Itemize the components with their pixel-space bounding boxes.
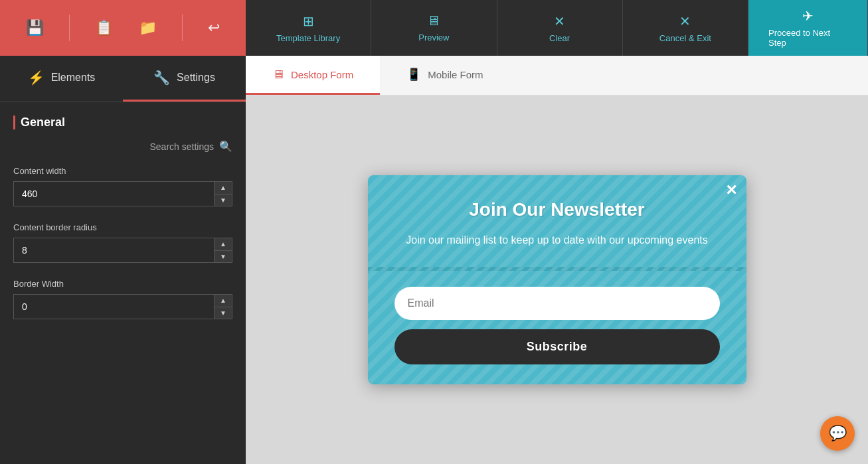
content-area: 🖥 Desktop Form 📱 Mobile Form ✕ Join Our … xyxy=(246,56,868,464)
search-icon: 🔍 xyxy=(219,140,232,153)
popup-subtitle: Join our mailing list to keep up to date… xyxy=(394,232,720,248)
clear-label: Clear xyxy=(549,33,570,43)
newsletter-popup: ✕ Join Our Newsletter Join our mailing l… xyxy=(368,175,746,384)
preview-label: Preview xyxy=(418,33,449,42)
content-width-wrapper: ▲ ▼ xyxy=(13,181,232,206)
content-width-increment[interactable]: ▲ xyxy=(215,182,232,194)
template-library-button[interactable]: ⊞ Template Library xyxy=(246,0,371,56)
desktop-icon: 🖥 xyxy=(272,68,284,82)
divider xyxy=(69,15,70,41)
sidebar-tabs: ⚡ Elements 🔧 Settings xyxy=(0,56,246,102)
border-width-group: Border Width ▲ ▼ xyxy=(13,279,232,319)
chat-bubble-button[interactable]: 💬 xyxy=(820,416,855,451)
cancel-exit-label: Cancel & Exit xyxy=(659,33,711,43)
section-general: General xyxy=(13,116,232,129)
tab-settings[interactable]: 🔧 Settings xyxy=(123,56,246,102)
content-border-radius-spinners: ▲ ▼ xyxy=(214,238,232,262)
proceed-label: Proceed to Next Step xyxy=(768,28,847,48)
content-width-group: Content width ▲ ▼ xyxy=(13,166,232,206)
content-width-decrement[interactable]: ▼ xyxy=(215,194,232,206)
folder-icon[interactable]: 📁 xyxy=(139,19,157,37)
desktop-form-tab[interactable]: 🖥 Desktop Form xyxy=(246,56,380,95)
template-library-icon: ⊞ xyxy=(303,13,314,29)
border-width-increment[interactable]: ▲ xyxy=(215,295,232,307)
popup-bottom: Subscribe xyxy=(368,271,746,384)
proceed-button[interactable]: ✈ Proceed to Next Step xyxy=(748,0,868,56)
tab-elements[interactable]: ⚡ Elements xyxy=(0,56,123,102)
template-library-label: Template Library xyxy=(276,33,340,43)
popup-title: Join Our Newsletter xyxy=(394,199,720,220)
popup-top: ✕ Join Our Newsletter Join our mailing l… xyxy=(368,175,746,267)
proceed-icon: ✈ xyxy=(802,8,814,24)
popup-subscribe-button[interactable]: Subscribe xyxy=(394,329,720,364)
sidebar-content: General Search settings 🔍 Content width … xyxy=(0,102,246,464)
border-width-input[interactable] xyxy=(14,295,214,319)
canvas: ✕ Join Our Newsletter Join our mailing l… xyxy=(246,96,868,464)
save-icon[interactable]: 💾 xyxy=(26,19,44,37)
divider xyxy=(182,15,183,41)
desktop-label: Desktop Form xyxy=(291,69,353,80)
preview-button[interactable]: 🖥 Preview xyxy=(371,0,497,56)
preview-icon: 🖥 xyxy=(427,13,440,29)
toolbar: 💾 📋 📁 ↩ ⊞ Template Library 🖥 Preview ✕ C… xyxy=(0,0,868,56)
mobile-icon: 📱 xyxy=(406,67,421,82)
chat-icon: 💬 xyxy=(829,425,847,442)
mobile-label: Mobile Form xyxy=(428,69,483,80)
content-width-label: Content width xyxy=(13,166,232,176)
border-width-spinners: ▲ ▼ xyxy=(214,295,232,319)
content-width-spinners: ▲ ▼ xyxy=(214,182,232,206)
search-settings-label: Search settings xyxy=(150,141,215,152)
elements-icon: ⚡ xyxy=(28,70,44,86)
popup-email-input[interactable] xyxy=(394,287,720,320)
sidebar: ⚡ Elements 🔧 Settings General Search set… xyxy=(0,56,246,464)
content-border-radius-label: Content border radius xyxy=(13,222,232,232)
border-radius-decrement[interactable]: ▼ xyxy=(215,251,232,263)
settings-icon: 🔧 xyxy=(153,70,170,86)
main: ⚡ Elements 🔧 Settings General Search set… xyxy=(0,56,868,464)
undo-icon[interactable]: ↩ xyxy=(208,19,220,37)
border-width-wrapper: ▲ ▼ xyxy=(13,294,232,319)
settings-label: Settings xyxy=(177,72,215,84)
content-border-radius-input[interactable] xyxy=(14,238,214,262)
search-settings[interactable]: Search settings 🔍 xyxy=(13,140,232,153)
clear-icon: ✕ xyxy=(554,13,565,29)
content-border-radius-wrapper: ▲ ▼ xyxy=(13,238,232,263)
popup-close-button[interactable]: ✕ xyxy=(725,183,737,198)
content-border-radius-group: Content border radius ▲ ▼ xyxy=(13,222,232,263)
border-radius-increment[interactable]: ▲ xyxy=(215,238,232,251)
cancel-exit-icon: ✕ xyxy=(679,13,691,29)
border-width-label: Border Width xyxy=(13,279,232,289)
view-tabs: 🖥 Desktop Form 📱 Mobile Form xyxy=(246,56,868,96)
content-width-input[interactable] xyxy=(14,182,214,206)
clear-button[interactable]: ✕ Clear xyxy=(497,0,623,56)
save-draft-icon[interactable]: 📋 xyxy=(95,19,113,37)
toolbar-nav: ⊞ Template Library 🖥 Preview ✕ Clear ✕ C… xyxy=(246,0,868,56)
cancel-exit-button[interactable]: ✕ Cancel & Exit xyxy=(623,0,748,56)
mobile-form-tab[interactable]: 📱 Mobile Form xyxy=(380,56,509,95)
toolbar-left: 💾 📋 📁 ↩ xyxy=(0,0,246,56)
elements-label: Elements xyxy=(51,72,96,84)
border-width-decrement[interactable]: ▼ xyxy=(215,307,232,319)
